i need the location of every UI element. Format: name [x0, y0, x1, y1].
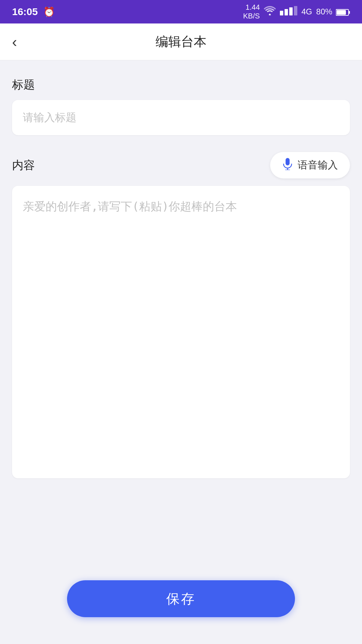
title-label: 标题 [12, 77, 350, 93]
content-section: 内容 语音输入 [12, 152, 350, 478]
status-right: 1.44KB/S 4G 80% [243, 3, 350, 21]
svg-rect-6 [349, 11, 350, 14]
speed-indicator: 1.44KB/S [243, 3, 260, 21]
mic-icon [282, 158, 293, 172]
content-textarea[interactable] [15, 187, 347, 476]
main-content: 标题 内容 语音输入 [0, 60, 362, 478]
content-textarea-wrapper [12, 186, 350, 478]
voice-input-button[interactable]: 语音输入 [270, 152, 350, 178]
back-icon: ‹ [12, 34, 17, 50]
svg-rect-2 [289, 7, 293, 15]
svg-rect-5 [337, 10, 346, 15]
battery-icon: 80% [316, 7, 350, 16]
signal-4g-icon: 4G [301, 7, 312, 16]
status-left: 16:05 ⏰ [12, 6, 55, 17]
header: ‹ 编辑台本 [0, 23, 362, 60]
page-title: 编辑台本 [156, 33, 206, 50]
save-label: 保存 [166, 591, 196, 606]
save-button[interactable]: 保存 [67, 580, 295, 617]
svg-rect-3 [294, 6, 297, 15]
content-label: 内容 [12, 158, 35, 173]
status-bar: 16:05 ⏰ 1.44KB/S 4G 80% [0, 0, 362, 23]
svg-rect-0 [280, 11, 283, 15]
title-input-wrapper [12, 100, 350, 135]
status-time: 16:05 [12, 6, 38, 17]
title-input[interactable] [15, 101, 347, 134]
svg-rect-1 [285, 9, 288, 15]
title-section: 标题 [12, 77, 350, 135]
alarm-icon: ⏰ [43, 6, 55, 17]
content-section-header: 内容 语音输入 [12, 152, 350, 178]
voice-button-label: 语音输入 [298, 158, 338, 172]
svg-rect-7 [286, 158, 290, 165]
wifi-icon [264, 6, 276, 17]
signal-icon [280, 6, 297, 17]
back-button[interactable]: ‹ [12, 35, 17, 49]
save-button-wrapper: 保存 [67, 580, 295, 617]
